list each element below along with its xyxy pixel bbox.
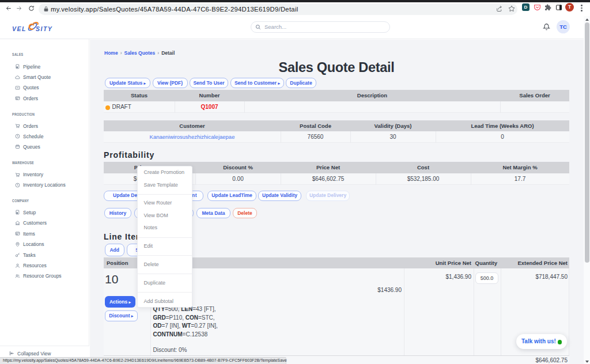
svg-text:SITY: SITY [36, 25, 52, 32]
svg-text:VEL: VEL [12, 25, 27, 32]
